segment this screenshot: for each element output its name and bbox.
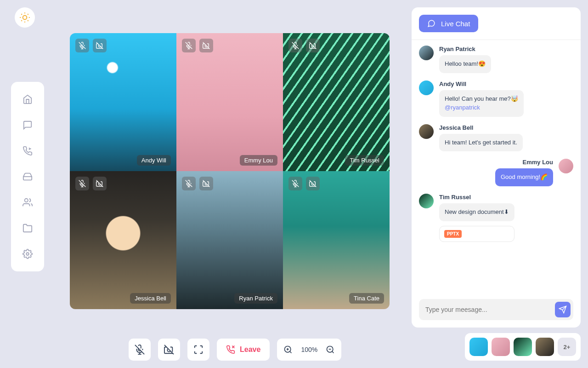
message-avatar	[419, 194, 434, 208]
video-tile[interactable]: Tina Cate	[283, 171, 390, 309]
participant-name: Ryan Patrick	[234, 293, 277, 304]
tile-mic-toggle[interactable]	[288, 177, 302, 190]
video-tile[interactable]: Jessica Bell	[70, 171, 176, 309]
gear-icon	[23, 249, 33, 259]
message-icon	[23, 120, 33, 130]
tile-mic-toggle[interactable]	[182, 177, 196, 190]
zoom-in-button[interactable]	[283, 345, 293, 354]
mic-off-icon	[135, 345, 145, 355]
chat-message: Ryan Patrick Helloo team!😍	[419, 46, 573, 73]
chat-input[interactable]	[425, 306, 555, 313]
tile-mic-toggle[interactable]	[182, 39, 196, 52]
participant-name: Emmy Lou	[240, 155, 277, 166]
svg-line-41	[332, 351, 334, 353]
nav-users[interactable]	[21, 196, 34, 209]
fullscreen-button[interactable]	[187, 339, 209, 361]
message-bubble: Helloo team!😍	[439, 55, 491, 73]
chat-message: Andy Will Hello! Can you hear me?🤯@ryanp…	[419, 80, 573, 117]
video-tile[interactable]: Emmy Lou	[176, 33, 283, 171]
stack-avatar[interactable]	[469, 338, 488, 356]
nav-folder[interactable]	[21, 222, 34, 235]
message-avatar	[419, 80, 434, 95]
message-bubble: Good morning!🌈	[495, 168, 553, 186]
chat-icon	[427, 19, 435, 28]
message-author: Andy Will	[439, 80, 524, 87]
nav-home[interactable]	[21, 93, 34, 106]
maximize-icon	[193, 345, 204, 355]
mute-camera-button[interactable]	[158, 339, 180, 361]
tile-mic-toggle[interactable]	[75, 177, 89, 190]
message-avatar	[559, 159, 573, 173]
nav-settings[interactable]	[21, 247, 34, 260]
folder-icon	[23, 223, 33, 233]
message-author: Tim Russel	[439, 194, 514, 201]
stack-avatar[interactable]	[536, 338, 554, 356]
svg-point-5	[26, 253, 29, 255]
message-bubble: New design document⬇	[439, 203, 514, 221]
stack-avatar[interactable]	[514, 338, 532, 356]
video-tile[interactable]: Ryan Patrick	[176, 171, 283, 309]
video-feed	[70, 171, 176, 309]
message-author: Ryan Patrick	[439, 46, 491, 52]
message-avatar	[419, 46, 434, 60]
message-author: Emmy Lou	[523, 159, 553, 166]
video-feed	[283, 33, 390, 171]
tile-camera-toggle[interactable]	[199, 39, 213, 52]
message-bubble: Hello! Can you hear me?🤯@ryanpatrick	[439, 90, 524, 117]
live-chat-button[interactable]: Live Chat	[419, 15, 478, 32]
phone-off-icon	[226, 345, 235, 354]
tile-mic-toggle[interactable]	[75, 39, 89, 52]
tile-camera-toggle[interactable]	[306, 177, 320, 190]
sidebar	[11, 82, 44, 271]
video-tile[interactable]: Tim Russel	[283, 33, 390, 171]
leave-button[interactable]: Leave	[217, 339, 270, 361]
live-chat-label: Live Chat	[441, 20, 470, 28]
video-feed	[283, 171, 390, 309]
chat-message: Tim Russel New design document⬇ PPTX	[419, 194, 573, 242]
chat-message: Jessica Bell Hi team! Let's get started …	[419, 124, 573, 152]
zoom-out-button[interactable]	[326, 345, 335, 354]
participant-name: Jessica Bell	[130, 293, 171, 304]
video-feed	[176, 33, 283, 171]
zoom-control: 100%	[277, 339, 341, 361]
zoom-out-icon	[326, 345, 335, 354]
chat-input-box	[412, 293, 581, 328]
svg-line-37	[290, 351, 292, 353]
theme-toggle[interactable]	[15, 7, 35, 28]
tile-camera-toggle[interactable]	[93, 39, 107, 52]
stack-more[interactable]: 2+	[558, 338, 576, 356]
camera-off-icon	[164, 345, 174, 355]
participant-stack: 2+	[465, 333, 581, 361]
message-author: Jessica Bell	[439, 124, 523, 131]
tile-mic-toggle[interactable]	[288, 39, 302, 52]
send-button[interactable]	[555, 302, 571, 317]
tile-camera-toggle[interactable]	[306, 39, 320, 52]
message-list: Ryan Patrick Helloo team!😍 Andy Will Hel…	[412, 40, 581, 293]
phone-icon	[23, 146, 33, 156]
leave-label: Leave	[240, 345, 260, 354]
stack-avatar[interactable]	[492, 338, 510, 356]
attachment[interactable]: PPTX	[439, 226, 514, 242]
video-feed	[176, 171, 283, 309]
send-icon	[559, 305, 567, 314]
control-bar: Leave 100%	[129, 339, 341, 361]
mention[interactable]: @ryanpatrick	[445, 104, 518, 112]
participant-name: Andy Will	[137, 155, 171, 166]
nav-call[interactable]	[21, 144, 34, 157]
chat-panel: Live Chat Ryan Patrick Helloo team!😍 And…	[412, 7, 581, 328]
tile-camera-toggle[interactable]	[199, 177, 213, 190]
hard-drive-icon	[23, 172, 33, 182]
message-bubble: Hi team! Let's get started it.	[439, 134, 523, 152]
nav-drive[interactable]	[21, 170, 34, 183]
users-icon	[23, 197, 33, 207]
attachment-ext: PPTX	[444, 230, 462, 238]
video-tile[interactable]: Andy Will	[70, 33, 176, 171]
home-icon	[23, 94, 33, 104]
zoom-value: 100%	[301, 346, 317, 353]
nav-chat[interactable]	[21, 119, 34, 132]
tile-camera-toggle[interactable]	[93, 177, 107, 190]
message-avatar	[419, 124, 434, 139]
video-feed	[70, 33, 176, 171]
svg-point-4	[25, 199, 28, 202]
mute-mic-button[interactable]	[129, 339, 151, 361]
